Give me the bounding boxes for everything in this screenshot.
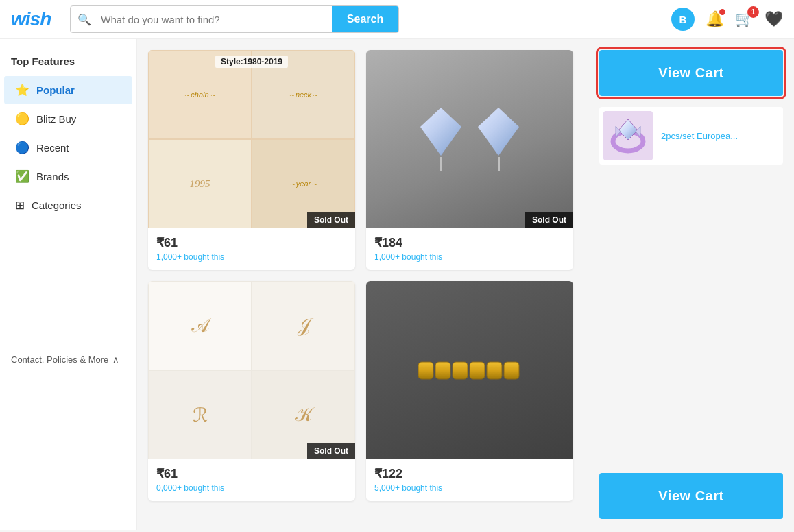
sidebar-item-label: Blitz Buy xyxy=(36,113,76,125)
cart-item-image xyxy=(603,111,653,160)
sidebar-footer-label: Contact, Policies & More xyxy=(11,354,108,365)
product-price-1: ₹61 xyxy=(156,235,347,250)
svg-rect-3 xyxy=(470,362,485,379)
sidebar-footer[interactable]: Contact, Policies & More ∧ xyxy=(0,343,136,376)
svg-rect-4 xyxy=(487,362,502,379)
categories-icon: ⊞ xyxy=(15,198,25,213)
product-grid: ～chain～ ～neck～ 1995 ～year～ Style:1980-20… xyxy=(148,50,573,501)
search-icon: 🔍 xyxy=(71,13,98,26)
recent-icon: 🔵 xyxy=(15,141,29,155)
right-panel: View Cart xyxy=(588,39,794,530)
sidebar-item-label: Categories xyxy=(32,200,82,211)
notification-dot xyxy=(719,9,725,15)
product-image-1: ～chain～ ～neck～ 1995 ～year～ Style:1980-20… xyxy=(148,50,355,228)
product-info-4: ₹122 5,000+ bought this xyxy=(366,459,573,501)
logo[interactable]: wish xyxy=(11,8,51,30)
wishlist-button[interactable]: 🖤 xyxy=(765,10,783,28)
product-card-4[interactable]: ₹122 5,000+ bought this xyxy=(366,281,573,501)
sold-out-badge-2: Sold Out xyxy=(525,212,573,228)
cart-item-preview[interactable]: 2pcs/set Europea... xyxy=(599,107,783,165)
main-content: ～chain～ ～neck～ 1995 ～year～ Style:1980-20… xyxy=(137,39,588,530)
sidebar-item-label: Brands xyxy=(36,171,69,182)
product-card-3[interactable]: 𝒜 𝒥 ℛ 𝒦 Sold Out ₹61 0,000+ bought this xyxy=(148,281,355,501)
earring-right xyxy=(478,108,519,171)
sold-out-badge-1: Sold Out xyxy=(307,212,355,228)
sidebar-item-label: Popular xyxy=(36,84,75,96)
product-price-3: ₹61 xyxy=(156,466,347,481)
search-button[interactable]: Search xyxy=(332,6,398,32)
product-sold-2: 1,000+ bought this xyxy=(374,252,565,262)
product-sold-1: 1,000+ bought this xyxy=(156,252,347,262)
sidebar-item-recent[interactable]: 🔵 Recent xyxy=(4,134,132,162)
svg-rect-5 xyxy=(504,362,519,379)
blitz-icon: 🟡 xyxy=(15,112,29,126)
earring-left xyxy=(420,108,461,171)
style-label: Style:1980-2019 xyxy=(215,56,288,68)
product-info-1: ₹61 1,000+ bought this xyxy=(148,228,355,270)
header: wish 🔍 Search B 🔔 🛒 1 🖤 xyxy=(0,0,794,39)
product-image-4 xyxy=(366,281,573,459)
search-bar: 🔍 Search xyxy=(70,5,399,33)
sidebar: Top Features ⭐ Popular 🟡 Blitz Buy 🔵 Rec… xyxy=(0,39,137,530)
page-layout: Top Features ⭐ Popular 🟡 Blitz Buy 🔵 Rec… xyxy=(0,39,794,530)
product-card-1[interactable]: ～chain～ ～neck～ 1995 ～year～ Style:1980-20… xyxy=(148,50,355,270)
avatar[interactable]: B xyxy=(671,8,695,31)
product-price-4: ₹122 xyxy=(374,466,565,481)
header-icons: B 🔔 🛒 1 🖤 xyxy=(671,8,783,31)
view-cart-button-bottom[interactable]: View Cart xyxy=(599,473,783,519)
sold-out-badge-3: Sold Out xyxy=(307,443,355,459)
cart-badge: 1 xyxy=(747,6,759,18)
product-sold-4: 5,000+ bought this xyxy=(374,483,565,493)
view-cart-button-top[interactable]: View Cart xyxy=(599,50,783,96)
svg-rect-1 xyxy=(435,362,450,379)
product-info-3: ₹61 0,000+ bought this xyxy=(148,459,355,501)
cart-item-name: 2pcs/set Europea... xyxy=(661,131,738,141)
sidebar-item-categories[interactable]: ⊞ Categories xyxy=(4,191,132,219)
sidebar-item-label: Recent xyxy=(36,142,69,154)
sidebar-item-popular[interactable]: ⭐ Popular xyxy=(4,76,132,104)
svg-rect-0 xyxy=(418,362,433,379)
search-input[interactable] xyxy=(98,7,332,32)
brands-icon: ✅ xyxy=(15,169,29,184)
product-card-2[interactable]: Sold Out ₹184 1,000+ bought this xyxy=(366,50,573,270)
product-price-2: ₹184 xyxy=(374,235,565,250)
product-info-2: ₹184 1,000+ bought this xyxy=(366,228,573,270)
sidebar-section-title: Top Features xyxy=(0,50,136,75)
chevron-up-icon: ∧ xyxy=(112,354,119,365)
star-icon: ⭐ xyxy=(15,83,29,97)
sidebar-item-brands[interactable]: ✅ Brands xyxy=(4,162,132,191)
product-sold-3: 0,000+ bought this xyxy=(156,483,347,493)
product-image-2: Sold Out xyxy=(366,50,573,228)
sidebar-item-blitzbuy[interactable]: 🟡 Blitz Buy xyxy=(4,105,132,133)
svg-rect-2 xyxy=(453,362,468,379)
notification-button[interactable]: 🔔 xyxy=(706,10,724,28)
product-image-3: 𝒜 𝒥 ℛ 𝒦 Sold Out xyxy=(148,281,355,459)
cart-button[interactable]: 🛒 1 xyxy=(735,10,754,28)
